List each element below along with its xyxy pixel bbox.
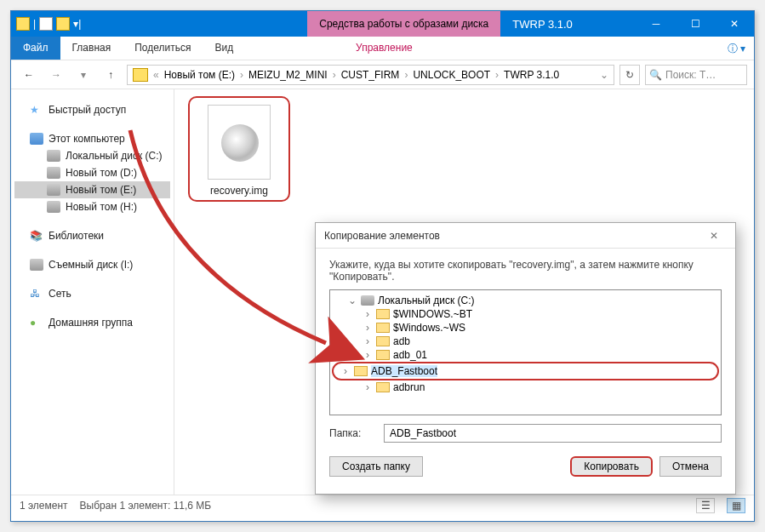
nav-drive-h[interactable]: Новый том (H:) — [14, 198, 170, 215]
copy-dialog: Копирование элементов ✕ Укажите, куда вы… — [315, 222, 736, 495]
homegroup-icon: ● — [30, 317, 43, 329]
folder-icon — [376, 382, 390, 392]
folder-icon — [354, 366, 368, 376]
quick-access-toolbar: | ▾| — [11, 11, 86, 37]
folder-icon — [16, 17, 30, 31]
nav-quick-access[interactable]: ★Быстрый доступ — [14, 101, 170, 118]
folder-tree[interactable]: ⌄Локальный диск (C:) ›$WINDOWS.~BT ›$Win… — [329, 289, 722, 415]
folder-icon — [376, 350, 390, 360]
status-count: 1 элемент — [20, 500, 68, 512]
folder-icon — [376, 309, 390, 319]
window-title: TWRP 3.1.0 — [500, 11, 585, 37]
qat-folder-icon[interactable] — [56, 17, 70, 31]
refresh-button[interactable]: ↻ — [619, 65, 640, 85]
usb-icon — [30, 259, 43, 271]
close-button[interactable]: ✕ — [715, 11, 754, 37]
file-item-recovery-img[interactable]: recovery.img — [188, 96, 290, 202]
tree-node[interactable]: ›adbrun — [332, 380, 719, 394]
disk-icon — [47, 150, 60, 162]
nav-up-button[interactable]: ↑ — [100, 64, 122, 86]
maximize-button[interactable]: ☐ — [676, 11, 715, 37]
breadcrumb[interactable]: « Новый том (E:)› MEIZU_M2_MINI› CUST_FI… — [127, 65, 614, 85]
dialog-title: Копирование элементов — [324, 230, 440, 242]
tab-file[interactable]: Файл — [11, 37, 60, 60]
tree-node[interactable]: ›$WINDOWS.~BT — [332, 307, 719, 321]
dialog-close-button[interactable]: ✕ — [701, 230, 727, 242]
nav-back-button[interactable]: ← — [18, 64, 40, 86]
status-bar: 1 элемент Выбран 1 элемент: 11,6 МБ ☰ ▦ — [11, 495, 754, 515]
titlebar: | ▾| Средства работы с образами диска TW… — [11, 11, 754, 37]
disk-icon — [47, 201, 60, 213]
qat-checkbox-icon[interactable] — [39, 17, 53, 31]
crumb-3[interactable]: UNLOCK_BOOT — [409, 67, 494, 83]
help-dropdown-icon[interactable]: ⓘ ▾ — [719, 37, 754, 60]
navigation-pane: ★Быстрый доступ Этот компьютер Локальный… — [11, 89, 174, 495]
folder-field-label: Папка: — [329, 427, 377, 439]
tree-node-adb-fastboot[interactable]: ›ADB_Fastboot — [332, 362, 719, 380]
nav-this-pc[interactable]: Этот компьютер — [14, 130, 170, 147]
copy-button[interactable]: Копировать — [570, 456, 653, 477]
tree-node-disk-c[interactable]: ⌄Локальный диск (C:) — [332, 294, 719, 307]
nav-forward-button[interactable]: → — [45, 64, 67, 86]
network-icon: 🖧 — [30, 288, 43, 300]
new-folder-button[interactable]: Создать папку — [329, 456, 423, 477]
folder-field[interactable] — [384, 424, 722, 443]
view-icons-button[interactable]: ▦ — [727, 498, 745, 513]
folder-icon — [376, 323, 390, 333]
disk-icon — [361, 295, 374, 306]
search-input[interactable]: 🔍 Поиск: T… — [645, 65, 747, 85]
tab-view[interactable]: Вид — [203, 37, 245, 60]
nav-libraries[interactable]: 📚Библиотеки — [14, 227, 170, 244]
disc-image-icon — [208, 105, 271, 180]
nav-drive-d[interactable]: Новый том (D:) — [14, 164, 170, 181]
address-bar-row: ← → ▾ ↑ « Новый том (E:)› MEIZU_M2_MINI›… — [11, 60, 754, 89]
nav-removable[interactable]: Съемный диск (I:) — [14, 256, 170, 273]
pc-icon — [30, 133, 43, 145]
nav-homegroup[interactable]: ●Домашняя группа — [14, 314, 170, 331]
tab-home[interactable]: Главная — [60, 37, 123, 60]
library-icon: 📚 — [30, 230, 43, 242]
tree-node[interactable]: ›$Windows.~WS — [332, 321, 719, 335]
context-tab-header: Средства работы с образами диска — [307, 11, 500, 37]
breadcrumb-folder-icon — [133, 68, 148, 82]
nav-drive-e[interactable]: Новый том (E:) — [14, 181, 170, 198]
star-icon: ★ — [30, 104, 43, 116]
status-selection: Выбран 1 элемент: 11,6 МБ — [80, 500, 212, 512]
view-details-button[interactable]: ☰ — [696, 498, 715, 513]
minimize-button[interactable]: ─ — [637, 11, 676, 37]
folder-icon — [376, 336, 390, 346]
disk-icon — [47, 184, 60, 196]
nav-drive-c[interactable]: Локальный диск (C:) — [14, 147, 170, 164]
nav-history-button[interactable]: ▾ — [72, 64, 94, 86]
cancel-button[interactable]: Отмена — [659, 456, 722, 477]
tree-node[interactable]: ›adb_01 — [332, 348, 719, 362]
crumb-2[interactable]: CUST_FIRM — [338, 67, 403, 83]
dialog-titlebar: Копирование элементов ✕ — [316, 223, 735, 249]
disk-icon — [47, 167, 60, 179]
breadcrumb-dropdown-icon[interactable]: ⌄ — [597, 69, 612, 81]
file-name: recovery.img — [193, 185, 285, 197]
crumb-1[interactable]: MEIZU_M2_MINI — [245, 67, 331, 83]
ribbon: Файл Главная Поделиться Вид Управление ⓘ… — [11, 37, 754, 60]
search-placeholder: Поиск: T… — [665, 69, 716, 81]
search-icon: 🔍 — [649, 69, 662, 81]
crumb-4[interactable]: TWRP 3.1.0 — [500, 67, 562, 83]
tab-share[interactable]: Поделиться — [123, 37, 203, 60]
tab-manage[interactable]: Управление — [344, 37, 425, 60]
tree-node[interactable]: ›adb — [332, 335, 719, 348]
nav-network[interactable]: 🖧Сеть — [14, 285, 170, 302]
crumb-0[interactable]: Новый том (E:) — [161, 67, 238, 83]
explorer-window: | ▾| Средства работы с образами диска TW… — [10, 10, 755, 522]
dialog-instruction: Укажите, куда вы хотите скопировать "rec… — [316, 249, 735, 289]
